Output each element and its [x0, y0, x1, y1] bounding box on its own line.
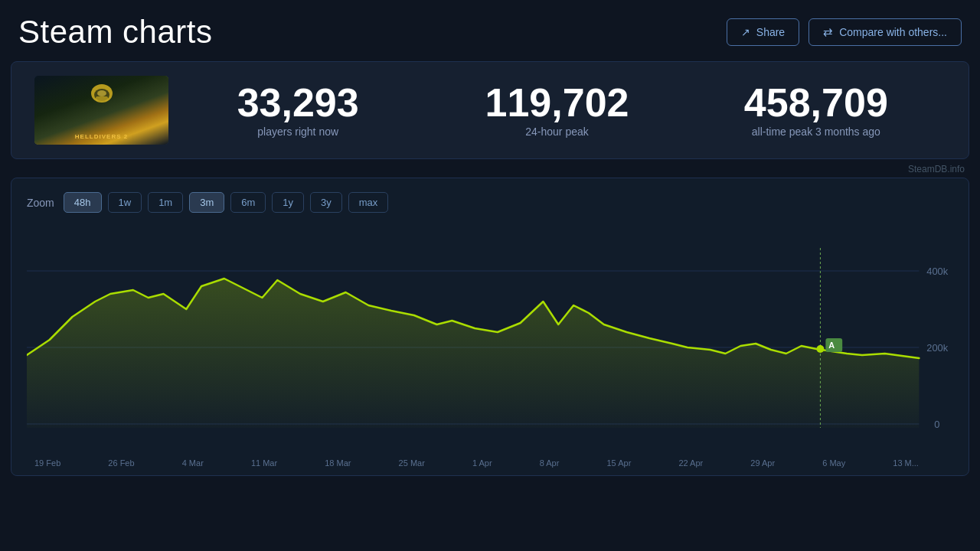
x-label-3: 11 Mar — [251, 458, 277, 468]
steamdb-credit: SteamDB.info — [0, 159, 980, 178]
svg-text:0: 0 — [934, 419, 939, 430]
x-label-6: 1 Apr — [472, 458, 492, 468]
chart-container: 400k 200k 0 A 19 Feb — [27, 225, 953, 468]
zoom-btn-1w[interactable]: 1w — [108, 192, 142, 213]
cursor-dot — [816, 345, 824, 353]
peak-24h-block: 119,702 24-hour peak — [427, 83, 686, 138]
svg-point-3 — [97, 90, 106, 96]
zoom-btn-6m[interactable]: 6m — [230, 192, 266, 213]
peak-24h-label: 24-hour peak — [427, 126, 686, 138]
chart-svg: 400k 200k 0 A — [27, 225, 953, 451]
x-label-7: 8 Apr — [540, 458, 560, 468]
x-label-8: 15 Apr — [607, 458, 632, 468]
game-title-logo: HELLDIVERS 2 — [75, 133, 128, 140]
svg-rect-2 — [96, 96, 108, 101]
stats-bar: HELLDIVERS 2 33,293 players right now 11… — [11, 61, 969, 159]
all-time-peak-block: 458,709 all-time peak 3 months ago — [687, 83, 946, 138]
players-now-block: 33,293 players right now — [168, 83, 427, 138]
x-label-9: 22 Apr — [678, 458, 703, 468]
zoom-label: Zoom — [27, 197, 54, 209]
x-label-0: 19 Feb — [34, 458, 60, 468]
players-now-label: players right now — [168, 126, 427, 138]
x-label-10: 29 Apr — [750, 458, 775, 468]
all-time-peak-label: all-time peak 3 months ago — [687, 126, 946, 138]
svg-text:200k: 200k — [926, 342, 948, 354]
compare-icon: ⇄ — [823, 25, 833, 39]
x-label-1: 26 Feb — [108, 458, 134, 468]
header-buttons: ↗ Share ⇄ Compare with others... — [727, 18, 962, 46]
zoom-btn-1y[interactable]: 1y — [272, 192, 304, 213]
x-label-12: 13 M... — [893, 458, 919, 468]
x-label-5: 25 Mar — [399, 458, 425, 468]
zoom-btn-3y[interactable]: 3y — [310, 192, 342, 213]
zoom-btn-48h[interactable]: 48h — [64, 192, 102, 213]
x-axis-labels: 19 Feb 26 Feb 4 Mar 11 Mar 18 Mar 25 Mar… — [27, 454, 953, 468]
zoom-btn-max[interactable]: max — [348, 192, 389, 213]
x-label-4: 18 Mar — [325, 458, 351, 468]
site-title: Steam charts — [18, 14, 212, 51]
share-button[interactable]: ↗ Share — [727, 18, 799, 46]
zoom-btn-1m[interactable]: 1m — [148, 192, 183, 213]
peak-24h-value: 119,702 — [427, 83, 686, 122]
compare-button[interactable]: ⇄ Compare with others... — [808, 18, 962, 46]
cursor-label-text: A — [828, 341, 835, 350]
zoom-btn-3m[interactable]: 3m — [189, 192, 224, 213]
zoom-controls: Zoom 48h 1w 1m 3m 6m 1y 3y max — [27, 192, 953, 213]
chart-section: Zoom 48h 1w 1m 3m 6m 1y 3y max 400k 200k… — [11, 178, 969, 476]
svg-text:400k: 400k — [926, 266, 948, 277]
players-now-value: 33,293 — [168, 83, 427, 122]
game-thumbnail: HELLDIVERS 2 — [34, 76, 168, 145]
x-label-11: 6 May — [822, 458, 845, 468]
x-label-2: 4 Mar — [182, 458, 204, 468]
header: Steam charts ↗ Share ⇄ Compare with othe… — [0, 0, 980, 61]
share-icon: ↗ — [741, 26, 750, 38]
all-time-peak-value: 458,709 — [687, 83, 946, 122]
